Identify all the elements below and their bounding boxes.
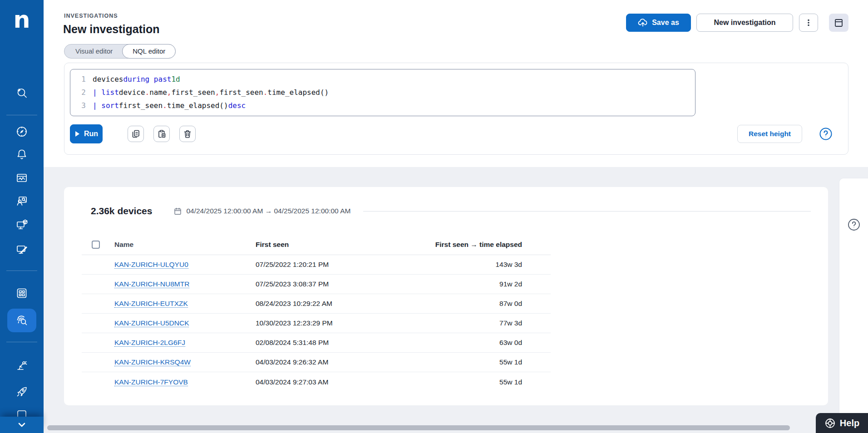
robot-arm-icon [15,359,28,372]
nexthink-logo[interactable]: n [0,5,44,34]
time-elapsed-cell: 55w 1d [394,378,551,386]
sidebar-item-explore[interactable] [0,123,44,141]
sidebar-item-workplace[interactable] [0,216,44,234]
select-all-checkbox[interactable] [92,241,100,249]
sidebar-collapse-button[interactable] [0,417,44,433]
line-number: 1 [70,75,86,84]
time-elapsed-cell: 87w 0d [394,300,551,308]
device-name-link[interactable]: KAN-ZURICH-KRSQ4W [114,358,191,366]
time-elapsed-cell: 91w 2d [394,280,551,288]
column-name[interactable]: Name [105,241,246,249]
chevron-down-icon [16,419,28,431]
apps-grid-icon [15,287,28,300]
table-row: KAN-ZURICH-EUTXZK 08/24/2023 10:29:22 AM… [82,294,551,314]
save-as-button[interactable]: Save as [626,14,691,32]
table-row: KAN-ZURICH-ULQYU0 07/25/2022 1:20:21 PM … [82,255,551,275]
nql-code-editor[interactable]: 1devices during past 1d2| list device.na… [70,69,695,116]
more-actions-button[interactable] [799,14,818,32]
first-seen-cell: 04/03/2024 9:26:32 AM [246,358,394,366]
rail-help-button[interactable] [847,217,861,232]
editor-mode-tabs: Visual editor NQL editor [64,44,176,59]
table-header-row: Name First seen First seen → time elapse… [82,234,551,255]
run-button[interactable]: Run [70,124,103,143]
sidebar-divider [6,271,37,271]
new-investigation-button[interactable]: New investigation [696,14,793,32]
sidebar-divider [6,115,37,115]
trash-icon [183,129,192,138]
copy-icon [131,129,140,138]
device-name-link[interactable]: KAN-ZURICH-EUTXZK [114,300,188,308]
cloud-upload-icon [638,18,648,28]
table-row: KAN-ZURICH-KRSQ4W 04/03/2024 9:26:32 AM … [82,353,551,372]
rocket-icon [15,385,28,398]
tab-visual-editor[interactable]: Visual editor [64,44,123,58]
devices-table: Name First seen First seen → time elapse… [82,234,551,392]
question-circle-icon [819,127,833,141]
help-rail [839,178,868,433]
compass-icon [15,125,28,138]
card-pen-icon [15,243,28,256]
paste-query-button[interactable] [153,126,170,142]
device-name-link[interactable]: KAN-ZURICH-NU8MTR [114,280,189,288]
sidebar-item-adoption-training[interactable] [0,192,44,210]
toggle-layout-button[interactable] [829,14,848,32]
time-elapsed-cell: 63w 0d [394,339,551,347]
sidebar-item-automation[interactable] [0,356,44,374]
table-row: KAN-ZURICH-NU8MTR 07/25/2023 3:08:37 PM … [82,275,551,294]
device-name-link[interactable]: KAN-ZURICH-2LG6FJ [114,339,185,347]
code-line: 1devices during past 1d [70,73,695,86]
question-circle-icon [847,217,861,232]
result-count: 2.36k devices [91,206,152,216]
code-line: 3| sort first_seen.time_elapsed() desc [70,99,695,112]
first-seen-cell: 08/24/2023 10:29:22 AM [246,300,394,308]
date-range: 04/24/2025 12:00:00 AM → 04/25/2025 12:0… [174,207,350,215]
calendar-icon [174,207,182,215]
person-screen-icon [15,195,28,207]
line-number: 3 [70,101,86,110]
date-range-text: 04/24/2025 12:00:00 AM → 04/25/2025 12:0… [186,207,350,215]
tab-nql-editor[interactable]: NQL editor [122,44,176,59]
first-seen-cell: 07/25/2023 3:08:37 PM [246,280,394,288]
kebab-menu-icon [804,19,813,27]
column-first-seen[interactable]: First seen [246,241,394,249]
time-elapsed-cell: 55w 1d [394,358,551,366]
paste-icon [157,129,166,138]
sidebar: n [0,0,44,433]
sidebar-item-ai-search[interactable] [0,84,44,102]
ai-search-icon [15,86,29,100]
breadcrumb: INVESTIGATIONS [64,13,118,19]
device-name-link[interactable]: KAN-ZURICH-U5DNCK [114,319,189,327]
reset-height-button[interactable]: Reset height [737,125,802,143]
horizontal-scrollbar[interactable] [47,425,790,430]
time-elapsed-cell: 143w 3d [394,261,551,269]
nql-editor-panel: 1devices during past 1d2| list device.na… [64,63,848,155]
bell-icon [15,148,28,161]
sidebar-item-alerts[interactable] [0,145,44,163]
sidebar-item-dashboards[interactable] [0,169,44,187]
device-name-link[interactable]: KAN-ZURICH-ULQYU0 [114,261,188,269]
first-seen-cell: 04/03/2024 9:27:03 AM [246,378,394,386]
sidebar-item-library[interactable] [0,284,44,302]
sidebar-item-campaigns[interactable] [0,241,44,259]
clear-query-button[interactable] [179,126,196,142]
first-seen-cell: 02/08/2024 5:31:48 PM [246,339,394,347]
device-name-link[interactable]: KAN-ZURICH-7FYOVB [114,378,188,386]
sidebar-item-investigations-active[interactable] [7,309,36,332]
nql-help-button[interactable] [818,126,834,142]
monitor-cube-icon [15,218,28,231]
help-button[interactable]: Help [816,413,868,433]
column-time-elapsed[interactable]: First seen → time elapsed [394,241,551,249]
lifebuoy-icon [824,418,836,429]
copy-query-button[interactable] [128,126,144,142]
fingerprint-search-icon [15,314,29,327]
monitor-pulse-icon [15,172,28,184]
sidebar-item-launch[interactable] [0,383,44,401]
line-number: 2 [70,88,86,97]
table-row: KAN-ZURICH-7FYOVB 04/03/2024 9:27:03 AM … [82,372,551,392]
header-divider [363,211,811,212]
time-elapsed-cell: 77w 3d [394,319,551,327]
page-title: New investigation [63,23,160,36]
results-panel: 2.36k devices 04/24/2025 12:00:00 AM → 0… [64,187,828,405]
code-line: 2| list device.name, first_seen, first_s… [70,86,695,99]
first-seen-cell: 10/30/2023 12:23:29 PM [246,319,394,327]
